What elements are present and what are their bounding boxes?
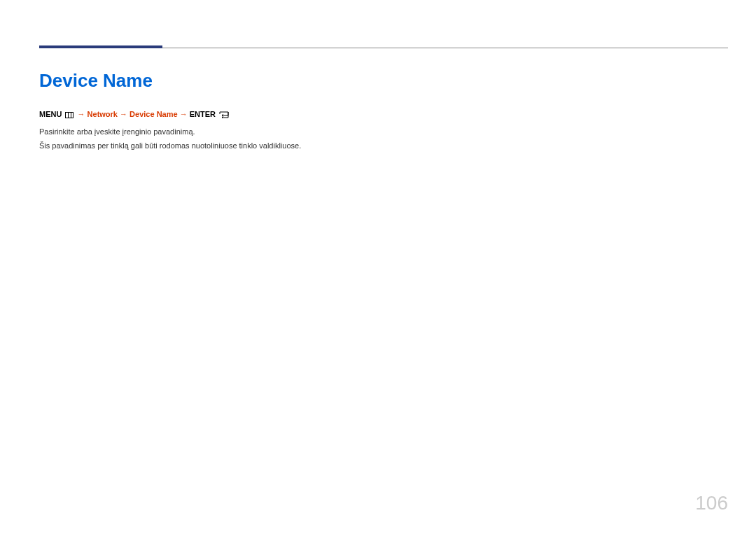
header-tab (39, 45, 162, 48)
path-arrow-2: → (120, 110, 130, 118)
path-enter: ENTER (190, 110, 216, 118)
navigation-path: MENU → Network → Device Name → ENTER (39, 108, 728, 121)
path-device-name: Device Name (130, 110, 178, 118)
page-title: Device Name (39, 70, 728, 92)
path-menu: MENU (39, 110, 62, 118)
path-network: Network (88, 110, 118, 118)
enter-icon (219, 111, 229, 118)
body-line-1: Pasirinkite arba įveskite įrenginio pava… (39, 125, 728, 139)
path-arrow-3: → (180, 110, 190, 118)
page-number: 106 (695, 492, 728, 514)
body-line-2: Šis pavadinimas per tinklą gali būti rod… (39, 139, 728, 153)
content-area: Device Name MENU → Network → Device Name… (39, 70, 728, 154)
menu-icon (65, 112, 74, 118)
path-arrow-1: → (78, 110, 88, 118)
